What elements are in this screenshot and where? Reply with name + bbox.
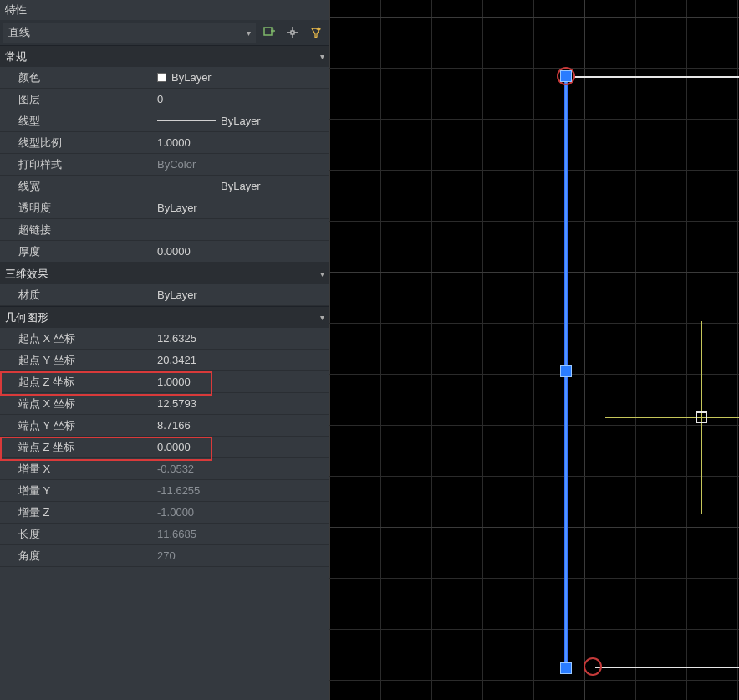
prop-row-endz: 端点 Z 坐标 0.0000 bbox=[0, 437, 329, 458]
prop-label-endz: 端点 Z 坐标 bbox=[0, 437, 150, 457]
prop-label-endy: 端点 Y 坐标 bbox=[0, 415, 150, 436]
prop-label-ltscale: 线型比例 bbox=[0, 132, 150, 153]
prop-row-startz: 起点 Z 坐标 1.0000 bbox=[0, 371, 329, 393]
prop-value-layer[interactable]: 0 bbox=[150, 89, 329, 110]
caret-icon: ▾ bbox=[320, 52, 324, 61]
prop-row-color: 颜色 ByLayer bbox=[0, 67, 329, 89]
prop-value-ltscale[interactable]: 1.0000 bbox=[150, 132, 329, 153]
grip-mid[interactable] bbox=[560, 365, 572, 377]
svg-rect-0 bbox=[264, 28, 272, 35]
prop-row-endy: 端点 Y 坐标 8.7166 bbox=[0, 415, 329, 437]
section-geometry-header[interactable]: 几何图形 ▾ bbox=[0, 306, 329, 328]
section-3d-header[interactable]: 三维效果 ▾ bbox=[0, 263, 329, 284]
prop-label-color: 颜色 bbox=[0, 67, 150, 88]
caret-icon: ▾ bbox=[320, 313, 324, 322]
prop-label-plotstyle: 打印样式 bbox=[0, 154, 150, 175]
prop-label-deltaz: 增量 Z bbox=[0, 502, 150, 523]
prop-label-startz: 起点 Z 坐标 bbox=[0, 371, 150, 392]
grip-start[interactable] bbox=[560, 70, 572, 82]
panel-title: 特性 bbox=[0, 0, 329, 20]
prop-value-material[interactable]: ByLayer bbox=[150, 284, 329, 305]
prop-row-deltay: 增量 Y -11.6255 bbox=[0, 480, 329, 502]
prop-value-color[interactable]: ByLayer bbox=[150, 67, 329, 88]
prop-value-deltay: -11.6255 bbox=[150, 480, 329, 501]
line-segment bbox=[595, 667, 739, 668]
chevron-down-icon: ▾ bbox=[247, 28, 251, 38]
prop-value-startx[interactable]: 12.6325 bbox=[150, 328, 329, 349]
endpoint-marker-icon bbox=[584, 657, 602, 676]
prop-value-endz[interactable]: 0.0000 bbox=[150, 437, 329, 457]
grip-end[interactable] bbox=[560, 662, 572, 674]
prop-row-angle: 角度 270 bbox=[0, 545, 329, 567]
section-3d-label: 三维效果 bbox=[5, 267, 48, 282]
prop-value-deltaz: -1.0000 bbox=[150, 502, 329, 523]
prop-label-hyperlink: 超链接 bbox=[0, 219, 150, 240]
prop-label-deltay: 增量 Y bbox=[0, 480, 150, 501]
prop-row-material: 材质 ByLayer bbox=[0, 284, 329, 306]
prop-label-angle: 角度 bbox=[0, 545, 150, 566]
prop-label-endx: 端点 X 坐标 bbox=[0, 393, 150, 414]
prop-row-plotstyle: 打印样式 ByColor bbox=[0, 154, 329, 176]
prop-value-startz[interactable]: 1.0000 bbox=[150, 371, 329, 392]
svg-rect-1 bbox=[291, 31, 294, 34]
prop-label-layer: 图层 bbox=[0, 89, 150, 110]
prop-value-linetype[interactable]: ByLayer bbox=[150, 110, 329, 131]
prop-label-material: 材质 bbox=[0, 284, 150, 305]
cursor-pickbox-icon bbox=[696, 411, 707, 423]
prop-value-transparency[interactable]: ByLayer bbox=[150, 197, 329, 218]
prop-value-angle: 270 bbox=[150, 545, 329, 566]
prop-row-starty: 起点 Y 坐标 20.3421 bbox=[0, 350, 329, 371]
prop-label-deltax: 增量 X bbox=[0, 458, 150, 479]
object-type-value: 直线 bbox=[8, 25, 30, 40]
prop-value-hyperlink[interactable] bbox=[150, 219, 329, 240]
toggle-pickadd-icon[interactable] bbox=[259, 23, 279, 43]
prop-row-ltscale: 线型比例 1.0000 bbox=[0, 132, 329, 154]
prop-value-endx[interactable]: 12.5793 bbox=[150, 393, 329, 414]
prop-row-length: 长度 11.6685 bbox=[0, 524, 329, 545]
prop-label-lineweight: 线宽 bbox=[0, 176, 150, 197]
properties-panel: 特性 直线 ▾ 常规 ▾ 颜色 ByLayer 图层 0 线型 bbox=[0, 0, 329, 700]
object-type-toolbar: 直线 ▾ bbox=[0, 20, 329, 45]
color-swatch-icon bbox=[157, 73, 166, 82]
linetype-preview-icon bbox=[157, 120, 216, 121]
prop-row-layer: 图层 0 bbox=[0, 89, 329, 110]
section-general-header[interactable]: 常规 ▾ bbox=[0, 45, 329, 67]
select-objects-icon[interactable] bbox=[283, 23, 303, 43]
prop-label-startx: 起点 X 坐标 bbox=[0, 328, 150, 349]
prop-row-deltaz: 增量 Z -1.0000 bbox=[0, 502, 329, 524]
prop-row-hyperlink: 超链接 bbox=[0, 219, 329, 241]
prop-value-starty[interactable]: 20.3421 bbox=[150, 350, 329, 370]
prop-row-startx: 起点 X 坐标 12.6325 bbox=[0, 328, 329, 350]
prop-label-thickness: 厚度 bbox=[0, 241, 150, 262]
prop-row-lineweight: 线宽 ByLayer bbox=[0, 176, 329, 197]
grid bbox=[329, 0, 739, 700]
prop-row-transparency: 透明度 ByLayer bbox=[0, 197, 329, 219]
lineweight-preview-icon bbox=[157, 186, 216, 186]
prop-value-length: 11.6685 bbox=[150, 524, 329, 544]
crosshair-horizontal bbox=[605, 417, 739, 418]
prop-label-transparency: 透明度 bbox=[0, 197, 150, 218]
prop-value-plotstyle: ByColor bbox=[150, 154, 329, 175]
prop-row-linetype: 线型 ByLayer bbox=[0, 110, 329, 132]
prop-value-lineweight[interactable]: ByLayer bbox=[150, 176, 329, 197]
section-geometry-label: 几何图形 bbox=[5, 310, 48, 325]
prop-value-endy[interactable]: 8.7166 bbox=[150, 415, 329, 436]
quick-select-icon[interactable] bbox=[306, 23, 326, 43]
prop-value-deltax: -0.0532 bbox=[150, 458, 329, 479]
prop-label-starty: 起点 Y 坐标 bbox=[0, 350, 150, 370]
prop-label-linetype: 线型 bbox=[0, 110, 150, 131]
object-type-dropdown[interactable]: 直线 ▾ bbox=[3, 23, 256, 43]
prop-row-deltax: 增量 X -0.0532 bbox=[0, 458, 329, 480]
drawing-viewport[interactable] bbox=[329, 0, 739, 700]
section-general-label: 常规 bbox=[5, 49, 27, 64]
prop-label-length: 长度 bbox=[0, 524, 150, 544]
prop-row-thickness: 厚度 0.0000 bbox=[0, 241, 329, 263]
line-segment bbox=[574, 76, 739, 78]
prop-row-endx: 端点 X 坐标 12.5793 bbox=[0, 393, 329, 415]
prop-value-thickness[interactable]: 0.0000 bbox=[150, 241, 329, 262]
caret-icon: ▾ bbox=[320, 269, 324, 278]
